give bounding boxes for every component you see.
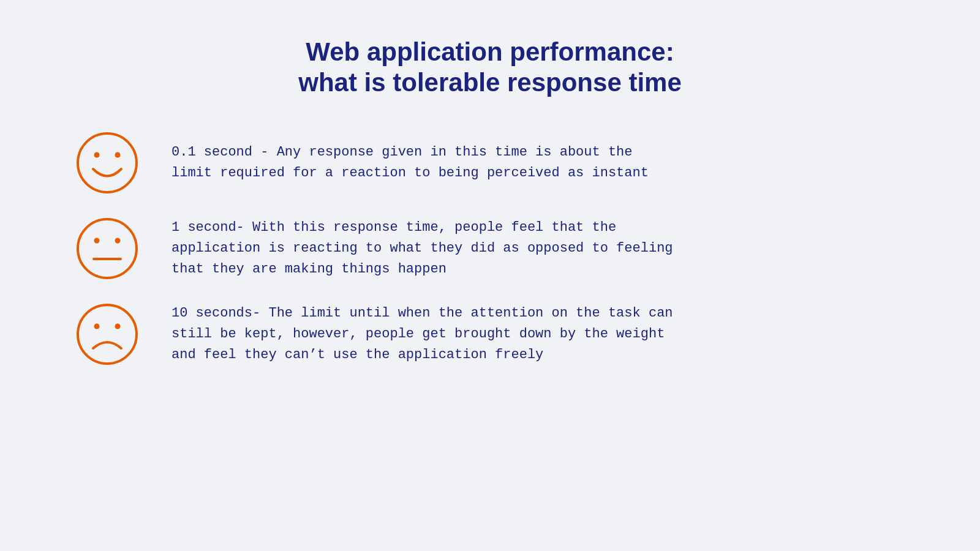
item-text-2: 1 second- With this response time, peopl… bbox=[172, 217, 907, 280]
svg-point-5 bbox=[115, 238, 121, 243]
svg-point-9 bbox=[115, 323, 121, 329]
title-line1: Web application performance: bbox=[298, 37, 682, 67]
svg-point-8 bbox=[94, 323, 100, 329]
title-line2: what is tolerable response time bbox=[298, 67, 682, 98]
svg-point-3 bbox=[78, 219, 137, 278]
items-container: 0.1 second - Any response given in this … bbox=[74, 129, 907, 368]
svg-point-0 bbox=[78, 133, 137, 192]
svg-point-2 bbox=[115, 152, 121, 157]
svg-point-4 bbox=[94, 238, 100, 243]
neutral-face-icon bbox=[74, 215, 141, 282]
sad-face-icon bbox=[74, 301, 141, 368]
title-section: Web application performance: what is tol… bbox=[298, 37, 682, 99]
item-row-2: 1 second- With this response time, peopl… bbox=[74, 215, 907, 282]
item-text-1: 0.1 second - Any response given in this … bbox=[172, 142, 907, 184]
happy-face-icon bbox=[74, 129, 141, 197]
item-row-3: 10 seconds- The limit until when the att… bbox=[74, 301, 907, 368]
item-row-1: 0.1 second - Any response given in this … bbox=[74, 129, 907, 197]
svg-point-7 bbox=[78, 305, 137, 364]
svg-point-1 bbox=[94, 152, 100, 157]
item-text-3: 10 seconds- The limit until when the att… bbox=[172, 303, 907, 365]
